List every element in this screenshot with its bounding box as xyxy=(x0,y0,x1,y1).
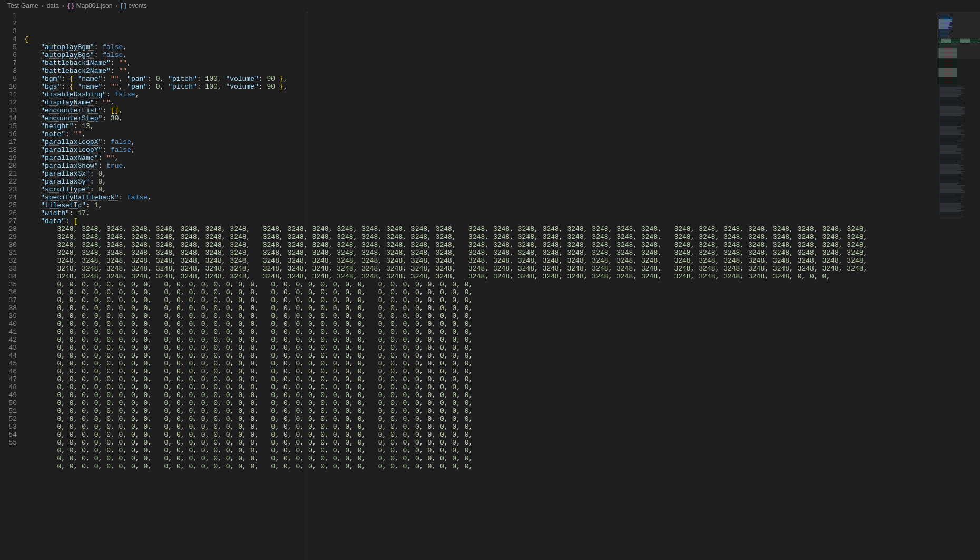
code-line[interactable]: "battleback1Name": "", xyxy=(24,59,980,67)
code-line[interactable]: "scrollType": 0, xyxy=(24,186,980,194)
code-line[interactable]: 3248, 3248, 3248, 3248, 3248, 3248, 3248… xyxy=(24,225,980,233)
code-line[interactable]: 0, 0, 0, 0, 0, 0, 0, 0, 0, 0, 0, 0, 0, 0… xyxy=(24,375,980,383)
code-line[interactable]: 0, 0, 0, 0, 0, 0, 0, 0, 0, 0, 0, 0, 0, 0… xyxy=(24,423,980,431)
breadcrumb-seg-symbol[interactable]: events xyxy=(128,2,146,9)
minimap-line xyxy=(939,93,964,94)
code-line[interactable]: "autoplayBgm": false, xyxy=(24,43,980,51)
code-line[interactable]: 0, 0, 0, 0, 0, 0, 0, 0, 0, 0, 0, 0, 0, 0… xyxy=(24,296,980,304)
code-line[interactable]: "height": 13, xyxy=(24,122,980,130)
line-number: 17 xyxy=(0,138,17,146)
chevron-right-icon: › xyxy=(115,2,117,9)
minimap-line xyxy=(939,70,957,71)
code-line[interactable]: 0, 0, 0, 0, 0, 0, 0, 0, 0, 0, 0, 0, 0, 0… xyxy=(24,462,980,470)
code-line[interactable]: "displayName": "", xyxy=(24,99,980,107)
code-line[interactable]: "specifyBattleback": false, xyxy=(24,194,980,201)
code-line[interactable]: "parallaxLoopY": false, xyxy=(24,146,980,154)
code-line[interactable]: 0, 0, 0, 0, 0, 0, 0, 0, 0, 0, 0, 0, 0, 0… xyxy=(24,368,980,375)
minimap-line xyxy=(939,115,962,116)
code-line[interactable]: 0, 0, 0, 0, 0, 0, 0, 0, 0, 0, 0, 0, 0, 0… xyxy=(24,447,980,455)
code-line[interactable]: "parallaxName": "", xyxy=(24,154,980,162)
code-line[interactable]: 3248, 3248, 3248, 3248, 3248, 3248, 3248… xyxy=(24,273,980,281)
code-line[interactable]: 0, 0, 0, 0, 0, 0, 0, 0, 0, 0, 0, 0, 0, 0… xyxy=(24,281,980,288)
breadcrumb-seg-folder[interactable]: data xyxy=(47,2,59,9)
minimap-line xyxy=(939,132,959,133)
minimap-line xyxy=(939,164,959,165)
minimap-line xyxy=(939,172,962,173)
minimap-line xyxy=(939,83,957,83)
code-line[interactable]: 0, 0, 0, 0, 0, 0, 0, 0, 0, 0, 0, 0, 0, 0… xyxy=(24,336,980,344)
code-line[interactable]: "battleback2Name": "", xyxy=(24,67,980,75)
line-number: 18 xyxy=(0,146,17,154)
line-number: 21 xyxy=(0,170,17,178)
editor-area[interactable]: 1234567891011121314151617181920212223242… xyxy=(0,12,980,560)
code-line[interactable]: { xyxy=(24,35,980,43)
minimap-line xyxy=(939,201,962,201)
code-line[interactable]: "bgm": { "name": "", "pan": 0, "pitch": … xyxy=(24,75,980,83)
code-line[interactable]: 3248, 3248, 3248, 3248, 3248, 3248, 3248… xyxy=(24,257,980,265)
code-line[interactable]: 0, 0, 0, 0, 0, 0, 0, 0, 0, 0, 0, 0, 0, 0… xyxy=(24,407,980,415)
code-line[interactable]: 0, 0, 0, 0, 0, 0, 0, 0, 0, 0, 0, 0, 0, 0… xyxy=(24,288,980,296)
code-line[interactable]: "parallaxShow": true, xyxy=(24,162,980,170)
code-line[interactable]: "parallaxLoopX": false, xyxy=(24,138,980,146)
minimap-line xyxy=(939,123,958,123)
line-number: 37 xyxy=(0,296,17,304)
breadcrumb[interactable]: Test-Game › data › { } Map001.json › [ ]… xyxy=(0,0,980,12)
minimap-line xyxy=(939,108,962,109)
code-line[interactable]: 0, 0, 0, 0, 0, 0, 0, 0, 0, 0, 0, 0, 0, 0… xyxy=(24,304,980,312)
minimap-line xyxy=(939,105,959,105)
code-line[interactable]: "encounterList": [], xyxy=(24,107,980,114)
code-line[interactable]: 0, 0, 0, 0, 0, 0, 0, 0, 0, 0, 0, 0, 0, 0… xyxy=(24,320,980,328)
code-line[interactable]: 0, 0, 0, 0, 0, 0, 0, 0, 0, 0, 0, 0, 0, 0… xyxy=(24,383,980,391)
code-line[interactable]: "data": [ xyxy=(24,217,980,225)
code-line[interactable]: 3248, 3248, 3248, 3248, 3248, 3248, 3248… xyxy=(24,241,980,249)
minimap-line xyxy=(939,81,957,81)
minimap-line xyxy=(939,72,957,73)
code-line[interactable]: 0, 0, 0, 0, 0, 0, 0, 0, 0, 0, 0, 0, 0, 0… xyxy=(24,415,980,423)
code-line[interactable]: 0, 0, 0, 0, 0, 0, 0, 0, 0, 0, 0, 0, 0, 0… xyxy=(24,360,980,368)
minimap[interactable] xyxy=(937,12,980,560)
minimap-line xyxy=(939,100,958,100)
code-line[interactable]: 0, 0, 0, 0, 0, 0, 0, 0, 0, 0, 0, 0, 0, 0… xyxy=(24,328,980,336)
code-line[interactable]: "autoplayBgs": false, xyxy=(24,51,980,59)
line-number: 7 xyxy=(0,59,17,67)
code-line[interactable]: "parallaxSy": 0, xyxy=(24,178,980,186)
code-line[interactable]: 0, 0, 0, 0, 0, 0, 0, 0, 0, 0, 0, 0, 0, 0… xyxy=(24,455,980,462)
code-line[interactable]: 0, 0, 0, 0, 0, 0, 0, 0, 0, 0, 0, 0, 0, 0… xyxy=(24,431,980,439)
code-line[interactable]: 3248, 3248, 3248, 3248, 3248, 3248, 3248… xyxy=(24,265,980,273)
code-line[interactable]: 3248, 3248, 3248, 3248, 3248, 3248, 3248… xyxy=(24,233,980,241)
minimap-line xyxy=(939,195,956,195)
code-line[interactable]: 0, 0, 0, 0, 0, 0, 0, 0, 0, 0, 0, 0, 0, 0… xyxy=(24,391,980,399)
line-number: 4 xyxy=(0,35,17,43)
line-number: 30 xyxy=(0,241,17,249)
code-line[interactable]: 0, 0, 0, 0, 0, 0, 0, 0, 0, 0, 0, 0, 0, 0… xyxy=(24,352,980,360)
breadcrumb-seg-file[interactable]: Map001.json xyxy=(76,2,113,9)
code-line[interactable]: 0, 0, 0, 0, 0, 0, 0, 0, 0, 0, 0, 0, 0, 0… xyxy=(24,439,980,447)
chevron-right-icon: › xyxy=(62,2,64,9)
code-line[interactable]: 3248, 3248, 3248, 3248, 3248, 3248, 3248… xyxy=(24,249,980,257)
code-line[interactable]: 0, 0, 0, 0, 0, 0, 0, 0, 0, 0, 0, 0, 0, 0… xyxy=(24,399,980,407)
line-number: 6 xyxy=(0,51,17,59)
minimap-viewport[interactable] xyxy=(937,12,980,59)
minimap-line xyxy=(939,198,964,198)
minimap-line xyxy=(939,130,964,131)
minimap-line xyxy=(939,163,956,163)
breadcrumb-seg-project[interactable]: Test-Game xyxy=(7,2,38,9)
code-line[interactable]: "width": 17, xyxy=(24,209,980,217)
code-line[interactable]: "encounterStep": 30, xyxy=(24,114,980,122)
code-line[interactable]: "parallaxSx": 0, xyxy=(24,170,980,178)
minimap-line xyxy=(939,62,957,62)
minimap-line xyxy=(939,64,957,64)
line-number: 47 xyxy=(0,375,17,383)
minimap-line xyxy=(939,183,959,184)
code-line[interactable]: "note": "", xyxy=(24,130,980,138)
code-line[interactable]: 0, 0, 0, 0, 0, 0, 0, 0, 0, 0, 0, 0, 0, 0… xyxy=(24,312,980,320)
code-content[interactable]: { "autoplayBgm": false, "autoplayBgs": f… xyxy=(24,12,980,560)
code-line[interactable]: "tilesetId": 1, xyxy=(24,201,980,209)
line-number: 35 xyxy=(0,281,17,288)
minimap-line xyxy=(939,131,964,132)
code-line[interactable]: "bgs": { "name": "", "pan": 0, "pitch": … xyxy=(24,83,980,91)
minimap-line xyxy=(939,162,961,162)
code-line[interactable]: "disableDashing": false, xyxy=(24,91,980,99)
code-line[interactable]: 0, 0, 0, 0, 0, 0, 0, 0, 0, 0, 0, 0, 0, 0… xyxy=(24,344,980,352)
minimap-line xyxy=(939,185,965,186)
